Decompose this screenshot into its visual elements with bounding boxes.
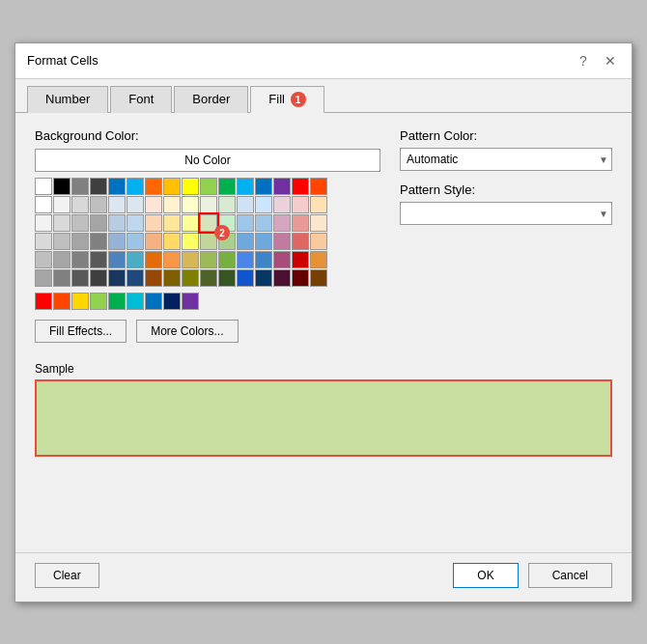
extra-color-swatch[interactable] <box>35 293 52 310</box>
color-swatch[interactable] <box>182 251 199 268</box>
color-swatch[interactable] <box>200 251 217 268</box>
extra-color-swatch[interactable] <box>182 293 199 310</box>
color-swatch[interactable] <box>273 214 291 232</box>
color-swatch[interactable] <box>127 269 144 287</box>
color-swatch[interactable] <box>127 233 144 250</box>
color-swatch[interactable] <box>200 214 217 232</box>
color-swatch[interactable] <box>35 178 52 195</box>
extra-color-swatch[interactable] <box>71 293 89 310</box>
color-swatch[interactable] <box>163 178 181 195</box>
color-swatch[interactable] <box>255 214 272 232</box>
color-swatch[interactable] <box>53 214 70 232</box>
color-swatch[interactable] <box>237 178 254 195</box>
color-swatch[interactable] <box>237 251 254 268</box>
color-swatch[interactable] <box>273 178 291 195</box>
extra-color-swatch[interactable] <box>53 293 70 310</box>
help-button[interactable]: ? <box>574 51 593 70</box>
color-swatch[interactable] <box>35 251 52 268</box>
color-swatch[interactable] <box>145 233 162 250</box>
color-swatch[interactable] <box>145 214 162 232</box>
color-swatch[interactable] <box>35 196 52 213</box>
color-swatch[interactable] <box>90 251 107 268</box>
color-swatch[interactable] <box>237 233 254 250</box>
color-swatch[interactable] <box>163 251 181 268</box>
color-swatch[interactable] <box>108 251 126 268</box>
cancel-button[interactable]: Cancel <box>528 563 612 588</box>
color-swatch[interactable] <box>218 269 236 287</box>
color-swatch[interactable] <box>35 269 52 287</box>
tab-font[interactable]: Font <box>110 86 172 114</box>
color-swatch[interactable] <box>218 251 236 268</box>
tab-number[interactable]: Number <box>27 86 108 114</box>
color-swatch[interactable] <box>90 214 107 232</box>
color-swatch[interactable] <box>255 269 272 287</box>
color-swatch[interactable] <box>292 196 309 213</box>
color-swatch[interactable] <box>127 251 144 268</box>
color-swatch[interactable] <box>310 214 327 232</box>
color-swatch[interactable] <box>182 178 199 195</box>
color-swatch[interactable] <box>218 196 236 213</box>
color-swatch[interactable] <box>90 196 107 213</box>
color-swatch[interactable] <box>200 196 217 213</box>
tab-fill[interactable]: Fill 1 <box>250 86 324 114</box>
color-swatch[interactable] <box>71 196 89 213</box>
extra-color-swatch[interactable] <box>108 293 126 310</box>
color-swatch[interactable] <box>71 251 89 268</box>
color-swatch[interactable] <box>310 251 327 268</box>
color-swatch[interactable] <box>145 269 162 287</box>
clear-button[interactable]: Clear <box>35 563 99 588</box>
color-swatch[interactable] <box>71 178 89 195</box>
color-swatch[interactable] <box>182 269 199 287</box>
color-swatch[interactable] <box>71 214 89 232</box>
color-swatch[interactable] <box>273 269 291 287</box>
color-swatch[interactable] <box>237 269 254 287</box>
color-swatch[interactable] <box>200 178 217 195</box>
color-swatch[interactable] <box>145 251 162 268</box>
color-swatch[interactable] <box>273 233 291 250</box>
extra-color-swatch[interactable] <box>127 293 144 310</box>
color-swatch[interactable] <box>310 178 327 195</box>
color-swatch[interactable] <box>182 196 199 213</box>
color-swatch[interactable] <box>108 233 126 250</box>
pattern-style-select[interactable] <box>400 202 612 225</box>
color-swatch[interactable] <box>71 269 89 287</box>
color-swatch[interactable] <box>292 214 309 232</box>
color-swatch[interactable] <box>53 178 70 195</box>
color-swatch[interactable] <box>90 269 107 287</box>
color-swatch[interactable] <box>127 196 144 213</box>
color-swatch[interactable] <box>108 178 126 195</box>
color-swatch[interactable] <box>108 196 126 213</box>
color-swatch[interactable] <box>163 214 181 232</box>
color-swatch[interactable] <box>182 214 199 232</box>
no-color-button[interactable]: No Color <box>35 149 380 172</box>
extra-color-swatch[interactable] <box>163 293 181 310</box>
extra-color-swatch[interactable] <box>145 293 162 310</box>
color-swatch[interactable] <box>108 214 126 232</box>
color-swatch[interactable] <box>292 251 309 268</box>
color-swatch[interactable] <box>273 251 291 268</box>
color-swatch[interactable] <box>237 196 254 213</box>
extra-color-swatch[interactable] <box>90 293 107 310</box>
color-swatch[interactable] <box>255 178 272 195</box>
color-swatch[interactable] <box>255 196 272 213</box>
pattern-color-select[interactable]: Automatic <box>400 148 612 171</box>
color-swatch[interactable] <box>255 233 272 250</box>
color-swatch[interactable] <box>90 233 107 250</box>
color-swatch[interactable] <box>310 269 327 287</box>
color-swatch[interactable] <box>218 178 236 195</box>
color-swatch[interactable] <box>71 233 89 250</box>
color-swatch[interactable] <box>292 269 309 287</box>
color-swatch[interactable] <box>163 196 181 213</box>
color-swatch[interactable] <box>310 196 327 213</box>
color-swatch[interactable] <box>53 196 70 213</box>
color-swatch[interactable] <box>292 178 309 195</box>
color-swatch[interactable] <box>292 233 309 250</box>
color-swatch[interactable] <box>35 214 52 232</box>
color-swatch[interactable] <box>90 178 107 195</box>
more-colors-button[interactable]: More Colors... <box>136 320 238 343</box>
color-swatch[interactable] <box>163 269 181 287</box>
color-swatch[interactable] <box>53 251 70 268</box>
color-swatch[interactable] <box>163 233 181 250</box>
fill-effects-button[interactable]: Fill Effects... <box>35 320 127 343</box>
color-swatch[interactable] <box>145 196 162 213</box>
